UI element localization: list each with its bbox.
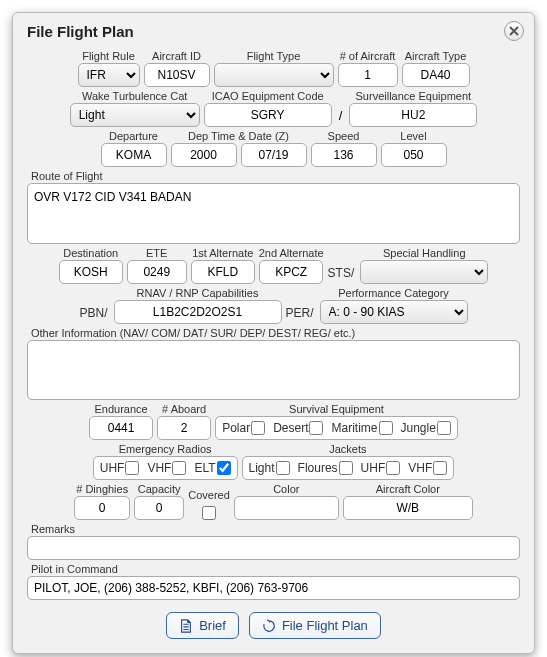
ete-label: ETE (146, 247, 167, 259)
alt2-input[interactable] (259, 260, 323, 284)
aircraft-id-label: Aircraft ID (152, 50, 201, 62)
wake-cat-select[interactable]: Light (70, 103, 200, 127)
uhf-checkbox[interactable] (125, 461, 139, 475)
maritime-label: Maritime (331, 421, 377, 435)
capacity-label: Capacity (138, 483, 181, 495)
close-button[interactable] (504, 21, 524, 41)
dep-date-input[interactable] (241, 143, 307, 167)
slash-separator: / (336, 108, 346, 127)
aboard-input[interactable] (157, 416, 211, 440)
other-info-textarea[interactable] (27, 340, 520, 401)
polar-checkbox[interactable] (251, 421, 265, 435)
route-textarea[interactable] (27, 183, 520, 244)
dep-time-label: Dep Time & Date (Z) (188, 130, 289, 142)
aboard-label: # Aboard (162, 403, 206, 415)
aircraft-color-label: Aircraft Color (376, 483, 440, 495)
aircraft-type-label: Aircraft Type (405, 50, 467, 62)
rnav-label: RNAV / RNP Capabilities (137, 287, 259, 299)
file-flight-plan-dialog: File Flight Plan Flight Rule IFR Aircraf… (12, 12, 535, 654)
icao-equip-label: ICAO Equipment Code (212, 90, 324, 102)
surv-equip-input[interactable] (349, 103, 477, 127)
jacket-light-checkbox[interactable] (276, 461, 290, 475)
special-label: Special Handling (383, 247, 466, 259)
vhf-label: VHF (147, 461, 171, 475)
alt1-label: 1st Alternate (192, 247, 253, 259)
per-prefix: PER/ (286, 306, 316, 324)
covered-checkbox[interactable] (202, 506, 216, 520)
dinghies-label: # Dinghies (76, 483, 128, 495)
route-label: Route of Flight (27, 170, 103, 182)
floures-label: Floures (298, 461, 338, 475)
endurance-input[interactable] (89, 416, 153, 440)
jacket-vhf-checkbox[interactable] (433, 461, 447, 475)
dinghies-input[interactable] (74, 496, 130, 520)
level-input[interactable] (381, 143, 447, 167)
brief-button-label: Brief (199, 618, 226, 633)
elt-checkbox[interactable] (217, 461, 231, 475)
file-button-label: File Flight Plan (282, 618, 368, 633)
special-select[interactable] (360, 260, 488, 284)
jungle-checkbox[interactable] (437, 421, 451, 435)
dialog-title: File Flight Plan (27, 23, 520, 40)
speed-label: Speed (328, 130, 360, 142)
aircraft-type-input[interactable] (402, 63, 470, 87)
capacity-input[interactable] (134, 496, 184, 520)
pbn-prefix: PBN/ (79, 306, 109, 324)
pbn-input[interactable] (114, 300, 282, 324)
dinghy-color-label: Color (273, 483, 299, 495)
remarks-input[interactable] (27, 536, 520, 560)
jungle-label: Jungle (401, 421, 436, 435)
survival-label: Survival Equipment (289, 403, 384, 415)
endurance-label: Endurance (95, 403, 148, 415)
num-aircraft-label: # of Aircraft (340, 50, 396, 62)
pic-input[interactable] (27, 576, 520, 600)
destination-label: Destination (63, 247, 118, 259)
refresh-icon (262, 619, 276, 633)
speed-input[interactable] (311, 143, 377, 167)
desert-checkbox[interactable] (309, 421, 323, 435)
jacket-vhf-label: VHF (408, 461, 432, 475)
file-flight-plan-button[interactable]: File Flight Plan (249, 612, 381, 639)
polar-label: Polar (222, 421, 250, 435)
uhf-label: UHF (100, 461, 125, 475)
aircraft-id-input[interactable] (144, 63, 210, 87)
aircraft-color-input[interactable] (343, 496, 473, 520)
perf-cat-label: Performance Category (338, 287, 449, 299)
flight-type-label: Flight Type (247, 50, 301, 62)
jacket-uhf-label: UHF (361, 461, 386, 475)
level-label: Level (400, 130, 426, 142)
flight-rule-select[interactable]: IFR (78, 63, 140, 87)
floures-checkbox[interactable] (339, 461, 353, 475)
dep-time-input[interactable] (171, 143, 237, 167)
desert-label: Desert (273, 421, 308, 435)
dinghy-color-input[interactable] (234, 496, 339, 520)
surv-equip-label: Surveillance Equipment (356, 90, 472, 102)
vhf-checkbox[interactable] (172, 461, 186, 475)
jacket-light-label: Light (249, 461, 275, 475)
alt2-label: 2nd Alternate (259, 247, 324, 259)
remarks-label: Remarks (27, 523, 75, 535)
sts-prefix: STS/ (328, 266, 357, 284)
num-aircraft-input[interactable] (338, 63, 398, 87)
perf-cat-select[interactable]: A: 0 - 90 KIAS (320, 300, 468, 324)
jackets-label: Jackets (329, 443, 366, 455)
pic-label: Pilot in Command (27, 563, 118, 575)
emerg-radios-label: Emergency Radios (119, 443, 212, 455)
icao-equip-input[interactable] (204, 103, 332, 127)
jacket-uhf-checkbox[interactable] (386, 461, 400, 475)
other-info-label: Other Information (NAV/ COM/ DAT/ SUR/ D… (27, 327, 355, 339)
brief-button[interactable]: Brief (166, 612, 239, 639)
covered-label: Covered (188, 489, 230, 501)
document-icon (179, 619, 193, 633)
close-icon (509, 26, 519, 36)
flight-rule-label: Flight Rule (82, 50, 135, 62)
flight-type-select[interactable] (214, 63, 334, 87)
alt1-input[interactable] (191, 260, 255, 284)
destination-input[interactable] (59, 260, 123, 284)
maritime-checkbox[interactable] (379, 421, 393, 435)
wake-cat-label: Wake Turbulence Cat (82, 90, 187, 102)
elt-label: ELT (194, 461, 215, 475)
departure-input[interactable] (101, 143, 167, 167)
departure-label: Departure (109, 130, 158, 142)
ete-input[interactable] (127, 260, 187, 284)
